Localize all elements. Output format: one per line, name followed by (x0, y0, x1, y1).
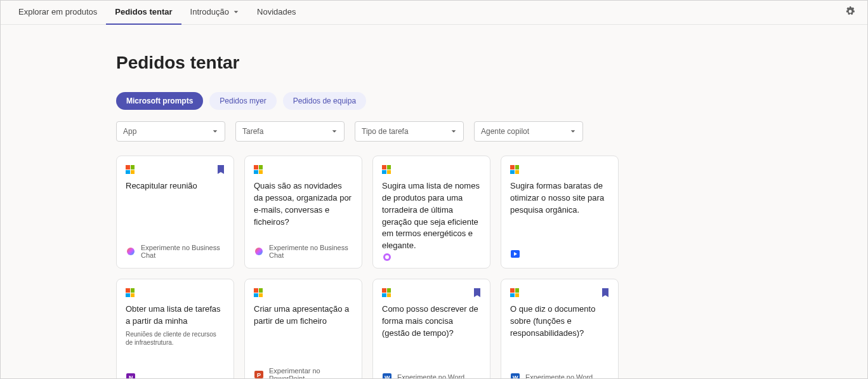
nav-tab-label: Introdução (190, 7, 229, 17)
word-icon: W (382, 372, 392, 379)
prompt-card[interactable]: Sugira uma lista de nomes de produtos pa… (372, 156, 490, 269)
filter-label: Tipo de tarefa (362, 127, 409, 136)
microsoft-logo-icon (254, 165, 263, 174)
copilot-icon (126, 246, 136, 256)
card-grid: Recapitular reunião Experimente no Busin… (114, 156, 754, 379)
chip-label: Pedidos de equipa (293, 96, 356, 105)
microsoft-logo-icon (510, 288, 519, 297)
chevron-down-icon (233, 9, 239, 15)
nav-tab-explore[interactable]: Explorar em produtos (10, 1, 106, 25)
word-icon: W (510, 372, 520, 379)
card-footer: Experimente no Business Chat (254, 244, 353, 259)
chevron-down-icon (212, 128, 218, 135)
card-header (254, 288, 353, 297)
card-header (510, 288, 609, 297)
card-footer-text: Experimente no Business Chat (269, 244, 353, 259)
nav-tab-prompts[interactable]: Pedidos tentar (106, 1, 181, 25)
filter-label: Agente copilot (481, 127, 529, 136)
prompt-card[interactable]: O que diz o documento sobre (funções e r… (501, 279, 619, 379)
card-footer: Experimente no Business Chat (126, 244, 225, 259)
nav-tab-label: Novidades (257, 7, 296, 17)
card-title: Como posso descrever de forma mais conci… (382, 303, 481, 340)
chip-microsoft-prompts[interactable]: Microsoft prompts (116, 92, 203, 110)
copilot-icon (254, 246, 264, 256)
bookmark-icon[interactable] (473, 288, 481, 297)
filter-label: Tarefa (242, 127, 263, 136)
prompt-card[interactable]: Criar uma apresentação a partir de um fi… (244, 279, 362, 379)
card-footer-text: Experimente no Word (525, 373, 593, 379)
microsoft-logo-icon (382, 165, 391, 174)
nav-tab-label: Explorar em produtos (18, 7, 97, 17)
card-footer (510, 249, 609, 259)
onenote-icon: N (126, 372, 136, 379)
card-title: Recapitular reunião (126, 180, 225, 192)
card-header (254, 165, 353, 174)
chip-label: Pedidos myer (220, 96, 266, 105)
svg-text:P: P (257, 372, 261, 378)
chevron-down-icon (331, 128, 338, 135)
filter-task-type[interactable]: Tipo de tarefa (355, 121, 464, 142)
card-header (382, 288, 481, 297)
loop-icon (382, 252, 392, 262)
card-footer-text: Experimente no Word (397, 373, 464, 379)
card-footer: W Experimente no Word (382, 372, 481, 379)
prompt-card[interactable]: Quais são as novidades da pessoa, organi… (244, 156, 362, 269)
nav-tab-intro[interactable]: Introdução (181, 1, 248, 25)
nav-tab-label: Pedidos tentar (115, 7, 172, 17)
prompt-card[interactable]: Sugira formas baratas de otimizar o noss… (501, 156, 619, 269)
svg-point-3 (385, 255, 389, 259)
nav-tab-news[interactable]: Novidades (248, 1, 305, 25)
chip-group: Microsoft prompts Pedidos myer Pedidos d… (114, 92, 754, 110)
app-frame: Explorar em produtos Pedidos tentar Intr… (0, 0, 868, 379)
page-title: Pedidos tentar (114, 53, 754, 73)
microsoft-logo-icon (126, 288, 135, 297)
prompt-card[interactable]: Recapitular reunião Experimente no Busin… (116, 156, 234, 269)
gear-icon (845, 6, 855, 18)
card-footer-text: Experimente no Business Chat (141, 244, 225, 259)
card-header (382, 165, 481, 174)
svg-point-0 (127, 248, 135, 255)
bookmark-icon[interactable] (217, 165, 225, 174)
microsoft-logo-icon (126, 165, 135, 174)
card-footer: N (126, 372, 225, 379)
card-footer-text: Experimentar no PowerPoint (269, 367, 353, 379)
card-title: Obter uma lista de tarefas a partir da m… (126, 303, 225, 328)
card-subtitle: Reuniões de cliente de recursos de infra… (126, 330, 225, 347)
svg-text:W: W (385, 375, 390, 379)
prompt-card[interactable]: Como posso descrever de forma mais conci… (372, 279, 490, 379)
chip-label: Microsoft prompts (126, 96, 193, 105)
svg-text:W: W (513, 375, 518, 379)
microsoft-logo-icon (382, 288, 391, 297)
filter-label: App (123, 127, 136, 136)
filter-copilot-agent[interactable]: Agente copilot (474, 121, 583, 142)
filter-row: App Tarefa Tipo de tarefa Agente copilot (114, 121, 754, 142)
svg-point-1 (255, 248, 263, 255)
top-nav: Explorar em produtos Pedidos tentar Intr… (1, 1, 867, 25)
card-title: Criar uma apresentação a partir de um fi… (254, 303, 353, 328)
card-header (510, 165, 609, 174)
bookmark-icon[interactable] (602, 288, 609, 297)
card-footer (382, 252, 481, 262)
filter-task[interactable]: Tarefa (235, 121, 345, 142)
microsoft-logo-icon (510, 165, 519, 174)
card-footer: W Experimente no Word (510, 372, 609, 379)
card-title: O que diz o documento sobre (funções e r… (510, 303, 609, 340)
chip-my-prompts[interactable]: Pedidos myer (209, 92, 276, 110)
chevron-down-icon (570, 128, 576, 135)
prompt-card[interactable]: Obter uma lista de tarefas a partir da m… (116, 279, 234, 379)
filter-app[interactable]: App (116, 121, 225, 142)
main-content: Pedidos tentar Microsoft prompts Pedidos… (114, 25, 754, 379)
card-title: Sugira uma lista de nomes de produtos pa… (382, 180, 481, 252)
card-title: Sugira formas baratas de otimizar o noss… (510, 180, 609, 216)
chip-team-prompts[interactable]: Pedidos de equipa (283, 92, 366, 110)
powerpoint-icon: P (254, 369, 264, 379)
microsoft-logo-icon (254, 288, 263, 297)
chevron-down-icon (450, 128, 457, 135)
settings-button[interactable] (845, 7, 856, 18)
card-title: Quais são as novidades da pessoa, organi… (254, 180, 353, 228)
card-header (126, 288, 225, 297)
card-header (126, 165, 225, 174)
card-footer: P Experimentar no PowerPoint (254, 367, 353, 379)
clipchamp-icon (510, 249, 520, 259)
svg-text:N: N (129, 375, 133, 379)
